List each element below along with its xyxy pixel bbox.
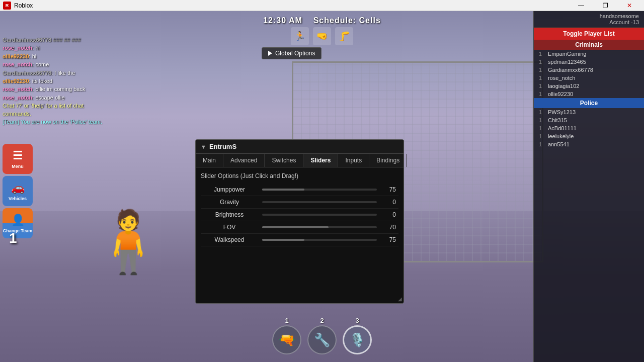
player-num-badge: 1 [539,51,545,57]
toggle-player-list-button[interactable]: Toggle Player List [534,28,644,40]
change-team-label: Change Team [3,228,32,233]
slider-row-gravity[interactable]: Gravity 0 [201,196,398,209]
slider-bar[interactable] [262,189,377,191]
slider-label: Jumppower [201,186,258,193]
panel-header: handsomesome Account -13 [534,11,644,28]
tab-advanced[interactable]: Advanced [223,154,265,167]
titlebar-left: R Roblox [3,2,33,10]
titlebar-controls: — ❐ ✕ [570,0,641,11]
weapon-1-button[interactable]: 🔫 [272,325,301,354]
time-display: 12:30 AM Schedule: Cells [263,16,381,25]
player-name: Gardianmxx66778 [548,67,639,73]
slider-fill [262,189,304,191]
entrum-tabs: Main Advanced Switches Sliders Inputs Bi… [196,154,404,167]
arrest-icon[interactable]: 🤜 [313,27,331,45]
time: 12:30 AM [263,16,302,25]
weapon-3-button[interactable]: 🎙️ [343,325,372,354]
top-hud: 12:30 AM Schedule: Cells 🏃 🤜 🦵 Global Op… [262,16,382,59]
game-area: Gardianimxx66778 ### ## ### rose_notch: … [0,11,644,362]
player-num-badge: 1 [539,75,545,81]
slider-bar[interactable] [262,226,377,228]
player-entry: 1AcBd01111 [534,124,644,132]
resize-handle[interactable]: ◢ [398,296,402,302]
weapon-slot-1: 1 🔫 [272,317,301,354]
restore-button[interactable]: ❐ [594,0,617,11]
slider-label: Walkspeed [201,236,258,243]
player-name: EmpamGaming [548,51,639,57]
slider-row-walkspeed[interactable]: Walkspeed 75 [201,234,398,246]
slider-value: 0 [381,211,398,218]
player-num-badge: 1 [539,125,545,131]
player-num-badge: 1 [539,59,545,65]
change-team-icon: 👤 [11,214,25,227]
menu-label: Menu [12,164,24,169]
menu-icon: ☰ [13,149,23,162]
change-team-button[interactable]: 👤 Change Team [3,208,33,238]
vehicles-icon: 🚗 [11,182,25,195]
slider-row-fov[interactable]: FOV 70 [201,221,398,234]
slider-fill [262,226,329,228]
slider-value: 70 [381,224,398,231]
player-entry: 1EmpamGaming [534,50,644,58]
player-panel: handsomesome Account -13 Toggle Player L… [533,11,644,362]
player-num-badge: 1 [539,117,545,123]
tab-inputs[interactable]: Inputs [338,154,369,167]
titlebar-title: Roblox [14,2,33,9]
weapon-slot-2: 2 🔧 [307,317,337,354]
player-entry: 1spdman123465 [534,58,644,66]
close-button[interactable]: ✕ [618,0,641,11]
tab-switches[interactable]: Switches [265,154,303,167]
play-icon [268,51,272,56]
slider-row-jumppower[interactable]: Jumppower 75 [201,184,398,196]
player-num-badge: 1 [539,83,545,89]
run-icon[interactable]: 🏃 [291,27,309,45]
vehicles-button[interactable]: 🚗 Vehicles [3,176,33,206]
player-name: spdman123465 [548,59,639,65]
slider-fill [262,239,304,241]
tackle-icon[interactable]: 🦵 [335,27,353,45]
slider-bar[interactable] [262,201,377,203]
icons-row: 🏃 🤜 🦵 [291,27,353,45]
menu-button[interactable]: ☰ Menu [3,144,33,174]
weapon-slot-3: 3 🎙️ [343,317,372,354]
player-name: ann5541 [548,141,639,147]
global-options-button[interactable]: Global Options [262,47,321,59]
slider-label: FOV [201,224,258,231]
police-list: 1PWSy12131Chit3151AcBd011111leelukelyle1… [534,108,644,148]
tab-main[interactable]: Main [196,154,223,167]
player-entry: 1PWSy1213 [534,108,644,116]
weapon-num-1: 1 [285,317,288,324]
slider-row-brightness[interactable]: Brightness 0 [201,209,398,221]
slider-section-title: Slider Options (Just Click and Drag!) [201,172,398,179]
vehicles-label: Vehicles [9,196,27,201]
entrum-titlebar[interactable]: ▼ EntrumS [196,140,404,154]
account-name: handsomesome [539,13,639,19]
player-name: PWSy1213 [548,109,639,115]
entrum-modal: ▼ EntrumS Main Advanced Switches Sliders… [195,139,404,304]
tab-bindings[interactable]: Bindings [369,154,407,167]
schedule: Schedule: Cells [313,16,381,25]
player-name: rose_notch [548,75,639,81]
weapon-num-2: 2 [320,317,324,324]
player-entry: 1leelukelyle [534,132,644,140]
player-entry: 1Gardianmxx66778 [534,66,644,74]
minimize-button[interactable]: — [570,0,593,11]
slider-bar[interactable] [262,214,377,216]
tab-sliders[interactable]: Sliders [303,154,338,167]
slider-label: Brightness [201,211,258,218]
player-num-badge: 1 [539,67,545,73]
player-num-badge: 1 [539,133,545,139]
player-num-badge: 1 [539,109,545,115]
account-sub: Account -13 [539,19,639,25]
criminals-list: 1EmpamGaming1spdman1234651Gardianmxx6677… [534,50,644,98]
global-options-label: Global Options [275,50,315,57]
player-entry: 1Chit315 [534,116,644,124]
titlebar: R Roblox — ❐ ✕ [0,0,644,11]
slider-bar[interactable] [262,239,377,241]
player-entry: 1ollie92230 [534,90,644,98]
slider-value: 0 [381,199,398,206]
criminals-header: Criminals [534,40,644,50]
player-name: Chit315 [548,117,639,123]
player-entry: 1laogiagia102 [534,82,644,90]
weapon-2-button[interactable]: 🔧 [307,325,337,354]
